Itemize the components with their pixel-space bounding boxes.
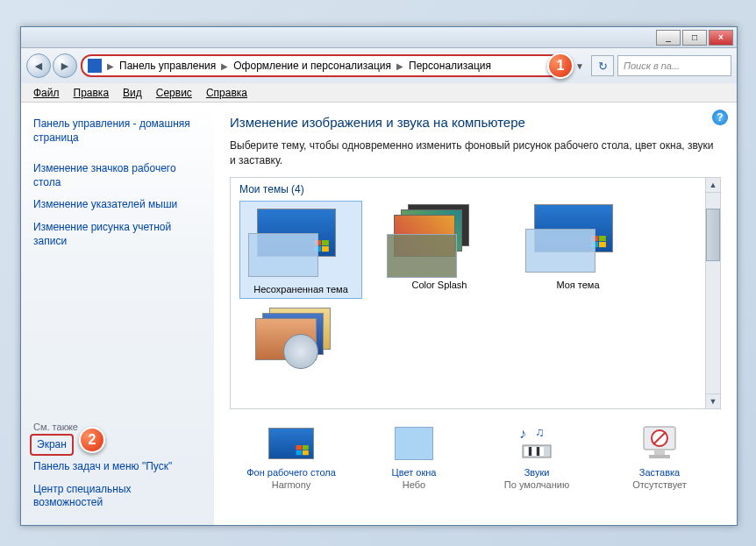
- annotation-1: 1: [547, 53, 574, 79]
- sidebar: Панель управления - домашняя страница Из…: [21, 103, 214, 525]
- svg-rect-21: [654, 450, 665, 455]
- annotation-2: 2: [79, 427, 105, 453]
- menu-tools[interactable]: Сервис: [149, 85, 199, 101]
- see-also-heading: См. также: [30, 416, 205, 434]
- svg-rect-15: [524, 447, 528, 456]
- svg-rect-9: [303, 445, 309, 450]
- theme-label: Color Splash: [412, 280, 467, 290]
- body-area: Панель управления - домашняя страница Из…: [21, 103, 737, 525]
- maximize-button[interactable]: □: [682, 30, 707, 46]
- theme-item-colorsplash[interactable]: Color Splash: [378, 201, 501, 299]
- setting-link: Заставка: [607, 467, 712, 478]
- svg-rect-10: [296, 450, 303, 455]
- chevron-right-icon: ▶: [219, 61, 230, 71]
- sidebar-taskbar-link[interactable]: Панель задач и меню "Пуск": [30, 456, 205, 479]
- setting-value: Небо: [403, 479, 425, 490]
- address-dropdown[interactable]: ▼: [572, 61, 588, 71]
- chevron-right-icon: ▶: [395, 61, 405, 71]
- theme-item-extra[interactable]: [239, 304, 362, 383]
- themes-list: ▲ ▼ Мои темы (4) Несохраненная тема: [230, 177, 721, 409]
- close-button[interactable]: ×: [709, 30, 733, 46]
- sidebar-mouse-pointers-link[interactable]: Изменение указателей мыши: [30, 194, 205, 216]
- breadcrumb-item[interactable]: Панель управления: [116, 60, 219, 72]
- page-title: Изменение изображения и звука на компьют…: [230, 115, 721, 130]
- sidebar-desktop-icons-link[interactable]: Изменение значков рабочего стола: [30, 158, 205, 194]
- screensaver-icon: [635, 425, 684, 462]
- theme-label: Моя тема: [556, 280, 599, 290]
- svg-rect-11: [303, 450, 309, 455]
- scroll-down-icon[interactable]: ▼: [706, 394, 720, 408]
- setting-link: Цвет окна: [361, 467, 467, 478]
- sounds-setting[interactable]: ♪♫ Звуки По умолчанию: [484, 425, 589, 490]
- menu-help[interactable]: Справка: [199, 85, 254, 101]
- menu-view[interactable]: Вид: [116, 85, 149, 101]
- window-color-setting[interactable]: Цвет окна Небо: [361, 425, 467, 490]
- main-content: ? Изменение изображения и звука на компь…: [214, 103, 737, 525]
- breadcrumb-item[interactable]: Оформление и персонализация: [230, 60, 395, 72]
- sidebar-account-picture-link[interactable]: Изменение рисунка учетной записи: [30, 216, 205, 252]
- svg-rect-1: [322, 240, 329, 245]
- setting-value: По умолчанию: [504, 479, 569, 490]
- forward-button[interactable]: ►: [53, 53, 77, 78]
- setting-link: Звуки: [484, 467, 589, 478]
- theme-label: Несохраненная тема: [253, 284, 348, 294]
- svg-rect-5: [599, 236, 606, 241]
- scroll-thumb[interactable]: [706, 209, 720, 261]
- menu-file[interactable]: Файл: [26, 85, 67, 101]
- page-description: Выберите тему, чтобы одновременно измени…: [230, 138, 721, 168]
- sidebar-display-link[interactable]: Экран: [30, 434, 74, 457]
- settings-row: Фон рабочего стола Harmony Цвет окна Неб…: [230, 425, 721, 490]
- theme-item-my[interactable]: Моя тема: [517, 201, 639, 299]
- sidebar-accessibility-link[interactable]: Центр специальных возможностей: [30, 479, 205, 514]
- svg-rect-8: [296, 445, 303, 450]
- control-panel-icon: [88, 59, 102, 73]
- titlebar: _ □ ×: [21, 27, 737, 48]
- sounds-icon: ♪♫: [512, 425, 561, 462]
- menu-edit[interactable]: Правка: [67, 85, 117, 101]
- theme-item-unsaved[interactable]: Несохраненная тема: [239, 201, 362, 299]
- nav-buttons: ◄ ►: [26, 53, 77, 78]
- scrollbar[interactable]: ▲ ▼: [705, 178, 720, 408]
- scroll-up-icon[interactable]: ▲: [706, 178, 720, 193]
- svg-text:♫: ♫: [535, 426, 545, 439]
- screensaver-setting[interactable]: Заставка Отсутствует: [607, 425, 712, 490]
- svg-rect-17: [532, 447, 536, 456]
- svg-rect-18: [537, 447, 539, 456]
- setting-value: Harmony: [272, 479, 311, 490]
- back-button[interactable]: ◄: [26, 53, 51, 78]
- desktop-background-setting[interactable]: Фон рабочего стола Harmony: [239, 425, 344, 490]
- sidebar-home-link[interactable]: Панель управления - домашняя страница: [30, 113, 205, 149]
- svg-rect-22: [649, 455, 670, 458]
- svg-rect-3: [322, 246, 329, 252]
- chevron-right-icon: ▶: [105, 61, 116, 71]
- minimize-button[interactable]: _: [656, 30, 681, 46]
- svg-rect-19: [540, 447, 544, 456]
- address-bar-row: ◄ ► ▶ Панель управления ▶ Оформление и п…: [21, 48, 737, 83]
- menubar: Файл Правка Вид Сервис Справка: [21, 83, 737, 103]
- svg-rect-16: [529, 447, 531, 456]
- breadcrumb-item[interactable]: Персонализация: [405, 60, 495, 72]
- search-input[interactable]: Поиск в па...: [617, 55, 731, 76]
- svg-rect-7: [599, 242, 606, 247]
- control-panel-window: _ □ × ◄ ► ▶ Панель управления ▶ Оформлен…: [20, 26, 738, 526]
- setting-link: Фон рабочего стола: [239, 467, 344, 478]
- refresh-button[interactable]: ↻: [591, 55, 614, 76]
- setting-value: Отсутствует: [632, 479, 687, 490]
- svg-text:♪: ♪: [519, 426, 526, 441]
- help-icon[interactable]: ?: [712, 110, 728, 125]
- breadcrumb[interactable]: ▶ Панель управления ▶ Оформление и персо…: [81, 54, 568, 77]
- themes-heading: Мои темы (4): [239, 183, 711, 195]
